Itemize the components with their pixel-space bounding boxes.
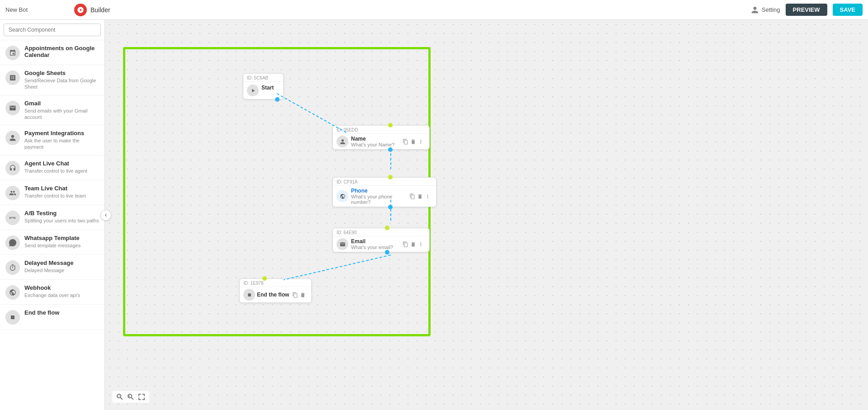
header-right: Setting PREVIEW SAVE	[751, 4, 863, 16]
header: New Bot Builder Setting PREVIEW SAVE	[0, 0, 868, 20]
sidebar-item-appointments[interactable]: Appointments on Google Calendar	[0, 40, 104, 65]
node-endflow-icon	[243, 289, 255, 301]
sidebar-title-appointments: Appointments on Google Calendar	[24, 45, 99, 58]
node-start[interactable]: ID: 5C6AB Start	[243, 73, 284, 99]
timer-sidebar-icon	[5, 260, 20, 275]
globe-icon	[340, 193, 346, 199]
mail-icon	[340, 241, 346, 247]
sidebar-item-webhook[interactable]: Webhook Exchange data over api's	[0, 280, 104, 305]
sidebar-text-endflow: End the flow	[24, 309, 59, 316]
node-email-header: ID: 64E90	[333, 228, 429, 236]
sidebar-title-delayed: Delayed Message	[24, 259, 73, 266]
sidebar-item-whatsapp[interactable]: Whatsapp Template Send template messages	[0, 230, 104, 255]
node-email-content: Email What's your email?	[351, 238, 403, 250]
connections-svg	[105, 20, 868, 410]
copy-icon-end[interactable]	[292, 292, 298, 298]
sidebar-item-google-sheets[interactable]: Google Sheets Send/Recieve Data from Goo…	[0, 65, 104, 95]
node-name-content: Name What's your Name?	[351, 136, 403, 147]
node-name-row: Name What's your Name?	[333, 134, 429, 149]
more-icon-phone[interactable]	[425, 193, 431, 199]
zoom-controls	[112, 391, 149, 403]
sidebar-text-agent-live: Agent Live Chat Transfer control to live…	[24, 160, 87, 174]
node-phone[interactable]: ID: CF91A Phone What's your phone number…	[332, 177, 436, 207]
node-endflow-header: ID: 1E978	[240, 279, 311, 287]
node-email[interactable]: ID: 64E90 Email What's your email?	[332, 228, 430, 252]
sidebar-item-payment[interactable]: Payment Integrations Ask the user to mak…	[0, 125, 104, 156]
node-start-content: Start	[261, 85, 280, 91]
sidebar-text-team-live: Team Live Chat Transfer control to live …	[24, 185, 86, 199]
setting-button[interactable]: Setting	[751, 6, 780, 14]
delete-icon-email[interactable]	[410, 241, 416, 247]
sidebar: Appointments on Google Calendar Google S…	[0, 20, 105, 410]
dot-name-in	[388, 123, 393, 127]
sidebar-subtitle-ab-testing: Splitting your users into two paths	[24, 217, 99, 224]
sidebar-title-gmail: Gmail	[24, 100, 99, 107]
sidebar-subtitle-agent-live: Transfer control to live agent	[24, 168, 87, 174]
main-layout: Appointments on Google Calendar Google S…	[0, 20, 868, 410]
sidebar-text-ab-testing: A/B Testing Splitting your users into tw…	[24, 210, 99, 224]
zoom-out-button[interactable]	[116, 393, 124, 401]
sidebar-item-gmail[interactable]: Gmail Send emails with your Gmail accoun…	[0, 95, 104, 126]
copy-icon-email[interactable]	[403, 241, 408, 247]
sidebar-items: Appointments on Google Calendar Google S…	[0, 40, 104, 330]
dot-email-out	[385, 250, 389, 254]
sidebar-item-delayed[interactable]: Delayed Message Delayed Message	[0, 255, 104, 280]
dot-email-in	[385, 226, 389, 230]
delete-icon-name[interactable]	[410, 139, 416, 145]
sidebar-text-whatsapp: Whatsapp Template Send template messages	[24, 235, 81, 249]
sidebar-text-google-sheets: Google Sheets Send/Recieve Data from Goo…	[24, 70, 99, 90]
sheet-sidebar-icon	[5, 71, 20, 85]
node-name[interactable]: ID: 05EDD Name What's your Name?	[332, 125, 430, 150]
node-email-subtitle: What's your email?	[351, 245, 403, 250]
node-email-actions	[403, 241, 426, 247]
bot-name[interactable]: New Bot	[5, 6, 69, 13]
canvas-background: ID: 5C6AB Start ID: 05EDD	[105, 20, 868, 410]
logo-icon	[77, 6, 84, 14]
play-icon	[250, 88, 256, 94]
delete-icon-phone[interactable]	[417, 193, 423, 199]
node-email-icon	[337, 238, 348, 250]
copy-icon-phone[interactable]	[409, 193, 415, 199]
delete-icon-end[interactable]	[300, 292, 306, 298]
team-sidebar-icon	[5, 186, 20, 200]
calendar-sidebar-icon	[5, 46, 20, 60]
builder-logo	[74, 4, 87, 16]
sidebar-text-gmail: Gmail Send emails with your Gmail accoun…	[24, 100, 99, 121]
node-phone-actions	[409, 193, 432, 199]
search-input[interactable]	[4, 24, 101, 36]
zoom-in-icon	[127, 393, 135, 401]
node-start-icon	[247, 85, 259, 96]
dot-start-out	[275, 97, 280, 102]
node-endflow-content: End the flow	[257, 292, 292, 298]
zoom-in-button[interactable]	[127, 393, 135, 401]
sidebar-title-team-live: Team Live Chat	[24, 185, 86, 192]
sidebar-item-ab-testing[interactable]: A/B Testing Splitting your users into tw…	[0, 205, 104, 230]
sidebar-subtitle-payment: Ask the user to make the payment	[24, 137, 99, 151]
stop-icon	[247, 292, 252, 298]
more-icon-email[interactable]	[418, 241, 424, 247]
fit-button[interactable]	[138, 393, 146, 401]
more-icon-name[interactable]	[418, 139, 424, 145]
mail-sidebar-icon	[5, 101, 20, 115]
sidebar-text-appointments: Appointments on Google Calendar	[24, 45, 99, 58]
copy-icon-name[interactable]	[403, 139, 408, 145]
preview-button[interactable]: PREVIEW	[786, 4, 827, 16]
collapse-button[interactable]	[100, 210, 111, 221]
sidebar-subtitle-gmail: Send emails with your Gmail account	[24, 108, 99, 121]
canvas-area[interactable]: ID: 5C6AB Start ID: 05EDD	[105, 20, 868, 410]
save-button[interactable]: SAVE	[833, 4, 863, 16]
chevron-left-icon	[103, 212, 109, 218]
dot-phone-in	[388, 175, 393, 179]
person-sidebar-icon	[5, 131, 20, 145]
node-endflow[interactable]: ID: 1E978 End the flow	[239, 278, 312, 303]
builder-wrap: Builder	[74, 4, 745, 16]
dot-end-in	[262, 276, 267, 281]
node-phone-subtitle: What's your phone number?	[351, 194, 409, 205]
sidebar-item-endflow[interactable]: End the flow	[0, 305, 104, 330]
node-endflow-title: End the flow	[257, 292, 292, 298]
sidebar-item-agent-live[interactable]: Agent Live Chat Transfer control to live…	[0, 156, 104, 180]
sidebar-item-team-live[interactable]: Team Live Chat Transfer control to live …	[0, 180, 104, 205]
node-start-header: ID: 5C6AB	[243, 74, 283, 82]
sidebar-title-whatsapp: Whatsapp Template	[24, 235, 81, 241]
sidebar-title-google-sheets: Google Sheets	[24, 70, 99, 76]
